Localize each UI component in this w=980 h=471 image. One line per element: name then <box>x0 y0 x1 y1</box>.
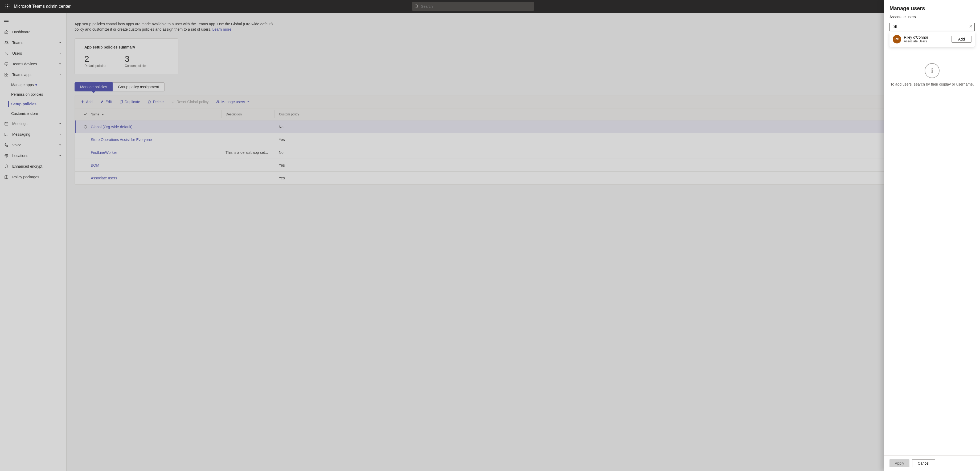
modal-dim-overlay <box>0 13 980 471</box>
suggestion-role: Associate Users <box>904 40 951 43</box>
user-avatar: RO <box>892 35 901 43</box>
panel-title: Manage users <box>889 5 975 11</box>
svg-point-7 <box>7 8 8 8</box>
suggestion-row[interactable]: RO Riley o'Connor Associate Users Add <box>892 34 972 45</box>
clear-search-icon[interactable] <box>969 24 972 29</box>
manage-users-panel: Manage users Associate users RO Riley o'… <box>884 0 980 471</box>
svg-point-3 <box>6 6 6 7</box>
svg-point-0 <box>6 5 6 5</box>
top-bar: Microsoft Teams admin center <box>0 0 980 13</box>
global-search[interactable] <box>412 2 535 11</box>
svg-point-2 <box>9 5 10 5</box>
empty-state-text: To add users, search by their display or… <box>890 82 974 87</box>
app-launcher-icon[interactable] <box>3 2 12 11</box>
suggestion-name: Riley o'Connor <box>904 35 951 40</box>
panel-footer: Apply Cancel <box>884 455 980 471</box>
search-suggestion-dropdown: RO Riley o'Connor Associate Users Add <box>889 32 975 47</box>
shell: Dashboard Teams Users Teams devices Team… <box>0 13 980 471</box>
svg-point-4 <box>7 6 8 7</box>
svg-point-1 <box>7 5 8 5</box>
search-icon <box>415 4 419 8</box>
cancel-button[interactable]: Cancel <box>912 459 935 467</box>
svg-point-5 <box>9 6 10 7</box>
panel-user-search: RO Riley o'Connor Associate Users Add <box>889 23 975 31</box>
panel-subtitle: Associate users <box>889 15 975 19</box>
panel-empty-state: i To add users, search by their display … <box>889 63 975 455</box>
svg-point-8 <box>9 8 10 8</box>
app-title: Microsoft Teams admin center <box>14 4 70 9</box>
svg-point-6 <box>6 8 6 8</box>
apply-button[interactable]: Apply <box>889 459 910 467</box>
info-icon: i <box>924 63 940 78</box>
user-search-input[interactable] <box>889 23 975 31</box>
global-search-input[interactable] <box>421 4 532 8</box>
add-user-button[interactable]: Add <box>951 36 972 43</box>
suggestion-info: Riley o'Connor Associate Users <box>904 35 951 43</box>
